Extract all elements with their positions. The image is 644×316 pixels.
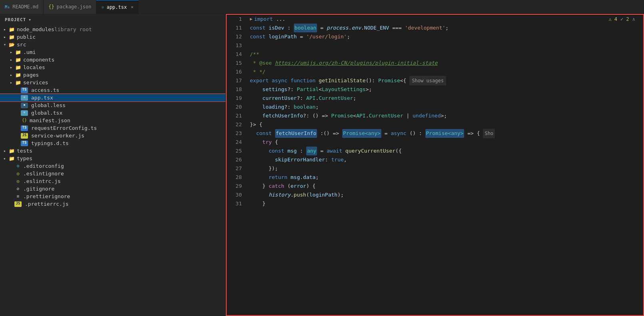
tab-app-label: app.tsx xyxy=(107,4,127,10)
sidebar-item-global-tsx[interactable]: ⚛ global.tsx xyxy=(0,109,225,117)
line-num-30: 30 xyxy=(228,191,242,199)
collapse-icon[interactable]: ∧ xyxy=(632,16,635,22)
line-num-15: 15 xyxy=(228,59,242,68)
type: boolean xyxy=(294,24,317,32)
line-num-24: 24 xyxy=(228,138,242,147)
arrow-icon xyxy=(8,65,14,70)
sidebar-item-services[interactable]: 📁 services xyxy=(0,79,225,86)
tsx-file-icon: ⚛ xyxy=(21,95,28,101)
sidebar-item-types[interactable]: 📁 types xyxy=(0,155,225,162)
tsx2-file-icon: ⚛ xyxy=(21,110,28,116)
punc: ; xyxy=(347,32,350,41)
tsx-icon: ⚛ xyxy=(101,4,104,10)
sidebar-item-public[interactable]: 📁 public xyxy=(0,33,225,41)
space xyxy=(464,129,467,138)
sidebar-item-manifest-json[interactable]: {} manifest.json xyxy=(0,117,225,124)
gear-icon: ⚙ xyxy=(14,163,22,169)
sidebar-item-tests[interactable]: 📁 tests xyxy=(0,147,225,155)
line-num-25: 25 xyxy=(228,147,242,155)
sidebar-item-locales[interactable]: 📁 locales xyxy=(0,64,225,71)
punc: ( xyxy=(306,191,309,199)
item-label: requestErrorConfig.ts xyxy=(31,125,97,131)
space xyxy=(272,129,275,138)
kw: const xyxy=(250,32,265,41)
sidebar-item-editorconfig[interactable]: ⚙ .editorconfig xyxy=(0,162,225,170)
sidebar-item-service-worker[interactable]: JS service-worker.js xyxy=(0,132,225,139)
punc: ) xyxy=(306,182,309,191)
sidebar-item-request-error[interactable]: TS requestErrorConfig.ts xyxy=(0,124,225,132)
cmt: * @see xyxy=(250,59,275,68)
arrow-icon xyxy=(8,73,14,77)
sidebar-item-typings[interactable]: TS typings.d.ts xyxy=(0,139,225,147)
sidebar-item-umi[interactable]: 📁 .umi xyxy=(0,48,225,56)
arrow-icon xyxy=(8,80,14,85)
op: => xyxy=(322,111,328,120)
punc: { xyxy=(275,138,278,147)
json-icon: {} xyxy=(48,4,54,10)
prop: fetchUserInfo xyxy=(262,111,303,120)
code-editor[interactable]: ⚠ 4 ✓ 2 ∧ 1 11 12 13 14 15 16 17 18 19 2… xyxy=(226,14,644,316)
punc: >; xyxy=(441,111,447,120)
js2-file-icon: JS xyxy=(14,201,22,207)
kw: const xyxy=(250,24,265,32)
sidebar-item-gitignore[interactable]: ⊘ .gitignore xyxy=(0,185,225,193)
arrow-icon xyxy=(2,42,8,47)
item-label: src xyxy=(17,42,26,48)
indent xyxy=(250,103,262,111)
sidebar-item-components[interactable]: 📁 components xyxy=(0,56,225,64)
sidebar-item-prettierrc[interactable]: JS .prettierrc.js xyxy=(0,200,225,208)
sidebar-item-src[interactable]: 📂 src xyxy=(0,41,225,48)
show-more[interactable]: Sho xyxy=(483,129,495,138)
item-label: services xyxy=(23,79,48,85)
sidebar-item-global-less[interactable]: ▪ global.less xyxy=(0,101,225,109)
show-usages[interactable]: Show usages xyxy=(409,76,446,85)
code-line-25: const msg : any = await queryCurrentUser… xyxy=(247,147,643,155)
code-lines[interactable]: ▶ import ... const isDev : boolean = xyxy=(247,15,643,315)
punc: >; xyxy=(366,85,372,94)
warning-badge: ⚠ 4 xyxy=(608,16,617,22)
sidebar-item-access-ts[interactable]: TS access.ts xyxy=(0,86,225,94)
tab-app[interactable]: ⚛ app.tsx ✕ xyxy=(96,0,138,14)
space xyxy=(284,24,287,32)
line-num-17: 17 xyxy=(228,76,242,85)
sidebar-item-prettierignore[interactable]: ≡ .prettierignore xyxy=(0,193,225,200)
kw: try xyxy=(262,138,271,147)
space xyxy=(480,129,483,138)
space xyxy=(269,76,272,85)
var: process xyxy=(327,24,349,32)
punc: : xyxy=(300,147,303,155)
item-label: .editorconfig xyxy=(23,163,64,169)
line-num-21: 21 xyxy=(228,111,242,120)
code-line-24: try { xyxy=(247,138,643,147)
folder-icon: 📁 xyxy=(8,156,15,161)
var: env xyxy=(352,24,361,32)
tab-package[interactable]: {} package.json xyxy=(44,0,96,14)
tab-close-button[interactable]: ✕ xyxy=(131,4,134,10)
sidebar-item-pages[interactable]: 📁 pages xyxy=(0,71,225,79)
sidebar-item-eslintrc[interactable]: ◎ .eslintrc.js xyxy=(0,177,225,185)
space xyxy=(402,24,405,32)
space xyxy=(342,147,345,155)
item-label: .prettierrc.js xyxy=(25,201,69,207)
indent xyxy=(250,94,262,103)
indent xyxy=(250,129,256,138)
arrow-icon xyxy=(2,149,8,153)
space xyxy=(389,24,392,32)
code-line-18: settings ?: Partial < LayoutSettings >; xyxy=(247,85,643,94)
punc: } xyxy=(262,199,265,208)
item-label: public xyxy=(17,34,36,40)
prop: currentUser xyxy=(262,94,297,103)
tab-readme[interactable]: M↓ README.md xyxy=(0,0,44,14)
sidebar-item-node-modules[interactable]: 📁 node_modules library root xyxy=(0,26,225,33)
folder-open-icon: 📂 xyxy=(8,42,15,48)
js-file-icon: JS xyxy=(21,133,28,139)
item-label: app.tsx xyxy=(31,95,53,101)
sidebar-item-eslintignore[interactable]: ◎ .eslintignore xyxy=(0,170,225,177)
code-line-29: } catch ( error ) { xyxy=(247,182,643,191)
sidebar-item-app-tsx[interactable]: ⚛ app.tsx xyxy=(0,94,225,101)
punc: (): xyxy=(366,76,375,85)
line-num-18: 18 xyxy=(228,85,242,94)
punc: : xyxy=(419,129,422,138)
folder-icon: 📁 xyxy=(14,65,22,70)
punc: . xyxy=(349,24,352,32)
